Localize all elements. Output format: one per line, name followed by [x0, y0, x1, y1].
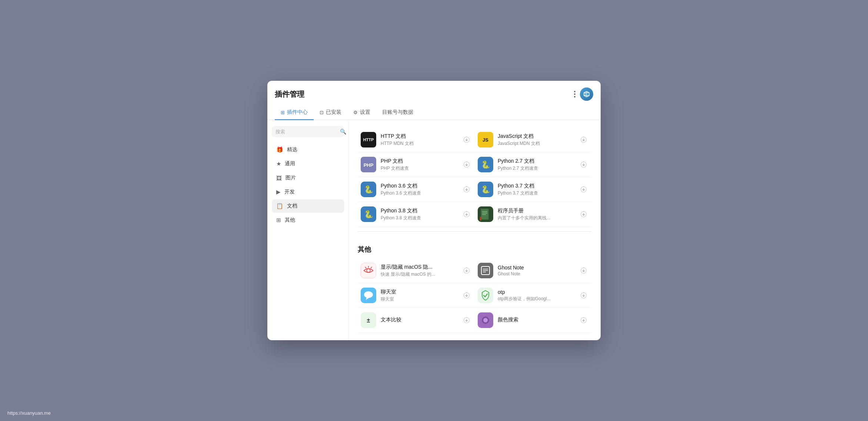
search-input[interactable] [276, 129, 338, 135]
sidebar-item-featured[interactable]: 🎁 精选 [272, 143, 344, 156]
download-btn-py36[interactable] [461, 184, 472, 195]
plugin-name-http: HTTP 文档 [381, 133, 457, 140]
main-content: HTTP HTTP 文档 HTTP MDN 文档 [349, 120, 601, 340]
plugin-center-icon: ⊞ [281, 110, 285, 115]
tab-account[interactable]: 目账号与数据 [376, 106, 419, 120]
plugin-item-py38[interactable]: 🐍 Python 3.8 文档 Python 3.8 文档速查 [358, 202, 475, 227]
plugin-name-py38: Python 3.8 文档 [381, 208, 457, 214]
plugin-item-textdiff[interactable]: ± 文本比较 [358, 308, 475, 333]
sidebar-item-docs-label: 文档 [287, 203, 297, 209]
plugin-logo-handbook [478, 206, 493, 222]
svg-text:±: ± [367, 317, 370, 324]
menu-dots-button[interactable] [572, 89, 577, 99]
title-bar: 插件管理 [267, 81, 601, 101]
others-plugins-grid: 显示/隐藏 macOS 隐... 快速 显示/隐藏 macOS 的... [358, 258, 592, 333]
sidebar-item-docs[interactable]: 📋 文档 [272, 199, 344, 213]
svg-text:🐍: 🐍 [481, 185, 490, 194]
plugin-name-color-search: 颜色搜索 [498, 316, 574, 323]
sidebar-item-general[interactable]: ★ 通用 [272, 157, 344, 170]
plugin-info-http: HTTP 文档 HTTP MDN 文档 [381, 133, 457, 147]
tab-plugin-center[interactable]: ⊞ 插件中心 [275, 106, 314, 120]
sidebar-item-others-label: 其他 [285, 217, 295, 223]
plugin-info-chat: 聊天室 聊天室 [381, 289, 457, 302]
tabs-bar: ⊞ 插件中心 ⊡ 已安装 ⚙ 设置 目账号与数据 [267, 101, 601, 120]
svg-rect-31 [478, 288, 493, 303]
plugin-desc-php: PHP 文档速查 [381, 165, 457, 172]
plugin-item-ghost-note[interactable]: Ghost Note Ghost Note [475, 258, 592, 283]
content-area: 🔍 🎁 精选 ★ 通用 🖼 图片 ▶ 开发 📋 文档 [267, 120, 601, 340]
plugin-item-php[interactable]: PHP PHP 文档 PHP 文档速查 [358, 152, 475, 177]
plugin-desc-py38: Python 3.8 文档速查 [381, 215, 457, 221]
search-box[interactable]: 🔍 [272, 126, 344, 137]
sidebar-item-dev[interactable]: ▶ 开发 [272, 185, 344, 199]
tab-installed-label: 已安装 [326, 109, 341, 116]
plugin-item-otp[interactable]: otp otp两步验证，例如Googl... [475, 283, 592, 308]
tab-settings-label: 设置 [360, 109, 370, 116]
images-icon: 🖼 [276, 175, 282, 181]
download-btn-js[interactable] [578, 135, 589, 145]
download-btn-php[interactable] [461, 159, 472, 170]
download-btn-py27[interactable] [578, 159, 589, 170]
plugin-item-chat[interactable]: 聊天室 聊天室 [358, 283, 475, 308]
plugin-logo-py27: 🐍 [478, 157, 493, 172]
plugin-item-py37[interactable]: 🐍 Python 3.7 文档 Python 3.7 文档速查 [475, 177, 592, 202]
plugin-desc-ghost-note: Ghost Note [498, 271, 574, 276]
plugin-name-py36: Python 3.6 文档 [381, 183, 457, 189]
tab-plugin-center-label: 插件中心 [287, 109, 308, 116]
download-btn-http[interactable] [461, 135, 472, 145]
sidebar: 🔍 🎁 精选 ★ 通用 🖼 图片 ▶ 开发 📋 文档 [267, 120, 349, 340]
plugin-name-ghost-note: Ghost Note [498, 265, 574, 271]
plugin-item-color-search[interactable]: 颜色搜索 [475, 308, 592, 333]
svg-rect-13 [481, 209, 488, 219]
svg-rect-18 [361, 263, 376, 278]
docs-icon: 📋 [276, 203, 283, 209]
download-btn-otp[interactable] [578, 290, 589, 301]
plugin-item-http[interactable]: HTTP HTTP 文档 HTTP MDN 文档 [358, 127, 475, 152]
plugin-item-py36[interactable]: 🐍 Python 3.6 文档 Python 3.6 文档速查 [358, 177, 475, 202]
plugin-item-hide-macos[interactable]: 显示/隐藏 macOS 隐... 快速 显示/隐藏 macOS 的... [358, 258, 475, 283]
featured-icon: 🎁 [276, 146, 283, 153]
download-btn-py37[interactable] [578, 184, 589, 195]
plugin-name-otp: otp [498, 289, 574, 295]
download-btn-textdiff[interactable] [461, 315, 472, 325]
plugin-info-py27: Python 2.7 文档 Python 2.7 文档速查 [498, 158, 574, 172]
plugin-name-chat: 聊天室 [381, 289, 457, 295]
plugin-info-otp: otp otp两步验证，例如Googl... [498, 289, 574, 302]
plugin-desc-http: HTTP MDN 文档 [381, 140, 457, 147]
plugin-item-js[interactable]: JS JavaScript 文档 JavaScript MDN 文档 [475, 127, 592, 152]
plugin-desc-hide-macos: 快速 显示/隐藏 macOS 的... [381, 271, 457, 278]
sidebar-item-images[interactable]: 🖼 图片 [272, 171, 344, 185]
tab-settings[interactable]: ⚙ 设置 [347, 106, 376, 120]
sidebar-item-featured-label: 精选 [287, 146, 297, 153]
app-icon-button[interactable] [580, 87, 593, 101]
plugin-name-handbook: 程序员手册 [498, 208, 574, 214]
plugin-info-color-search: 颜色搜索 [498, 316, 574, 324]
download-btn-ghost-note[interactable] [578, 265, 589, 276]
download-btn-hide-macos[interactable] [461, 265, 472, 276]
plugin-item-py27[interactable]: 🐍 Python 2.7 文档 Python 2.7 文档速查 [475, 152, 592, 177]
title-bar-left: 插件管理 [275, 89, 304, 99]
svg-text:PHP: PHP [364, 162, 374, 168]
title-bar-right [572, 87, 593, 101]
tab-account-label: 目账号与数据 [382, 109, 413, 116]
plugin-info-textdiff: 文本比较 [381, 316, 457, 324]
plugin-desc-chat: 聊天室 [381, 296, 457, 302]
plugin-logo-otp [478, 288, 493, 303]
sidebar-item-others[interactable]: ⊞ 其他 [272, 213, 344, 227]
download-btn-py38[interactable] [461, 209, 472, 219]
tab-installed[interactable]: ⊡ 已安装 [314, 106, 347, 120]
plugin-logo-chat [361, 288, 376, 303]
plugin-name-py27: Python 2.7 文档 [498, 158, 574, 165]
others-section-title: 其他 [358, 245, 592, 254]
dev-icon: ▶ [276, 189, 281, 195]
plugin-logo-js: JS [478, 132, 493, 147]
download-btn-chat[interactable] [461, 290, 472, 301]
download-btn-color-search[interactable] [578, 315, 589, 325]
plugin-info-py38: Python 3.8 文档 Python 3.8 文档速查 [381, 208, 457, 221]
plugin-logo-py37: 🐍 [478, 182, 493, 197]
plugin-item-handbook[interactable]: 程序员手册 内置了十多个实用的离线... [475, 202, 592, 227]
sidebar-item-dev-label: 开发 [284, 189, 295, 195]
download-btn-handbook[interactable] [578, 209, 589, 219]
plugin-info-handbook: 程序员手册 内置了十多个实用的离线... [498, 208, 574, 221]
plugin-logo-color-search [478, 312, 493, 328]
